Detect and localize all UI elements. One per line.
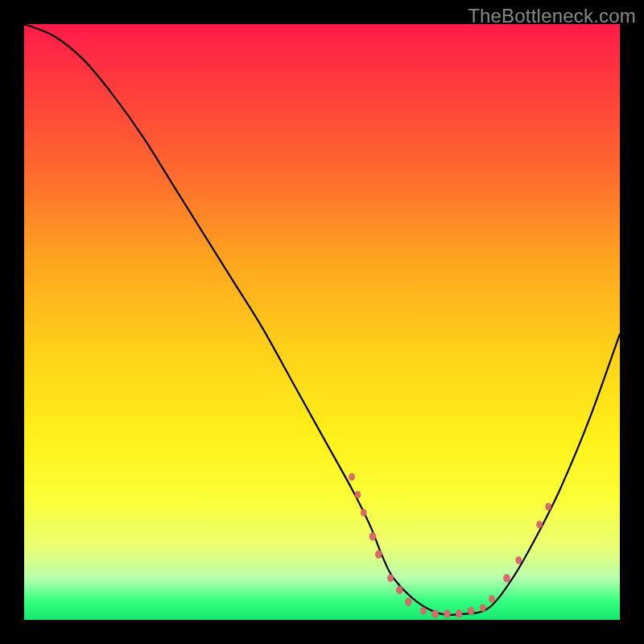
curve-marker: [375, 551, 382, 559]
watermark-text: TheBottleneck.com: [468, 5, 636, 27]
curve-marker: [432, 610, 439, 618]
curve-marker: [355, 491, 361, 498]
curve-marker: [405, 598, 411, 606]
bottleneck-curve-line: [24, 24, 620, 615]
curve-svg: [24, 24, 620, 620]
curve-marker: [361, 509, 366, 516]
curve-marker: [516, 557, 522, 564]
curve-marker: [489, 596, 494, 603]
curve-marker: [396, 586, 402, 594]
bottleneck-chart: TheBottleneck.com: [0, 0, 644, 644]
plot-area: [24, 24, 620, 620]
curve-marker: [503, 574, 510, 582]
curve-marker: [468, 607, 474, 615]
curve-marker: [546, 503, 551, 510]
curve-marker: [480, 605, 485, 612]
curve-marker: [444, 610, 450, 618]
curve-marker: [420, 608, 426, 615]
curve-marker: [369, 532, 376, 540]
curve-markers: [349, 473, 551, 618]
curve-marker: [456, 610, 462, 618]
curve-marker: [349, 473, 355, 481]
curve-marker: [388, 575, 394, 582]
curve-marker: [537, 521, 543, 528]
